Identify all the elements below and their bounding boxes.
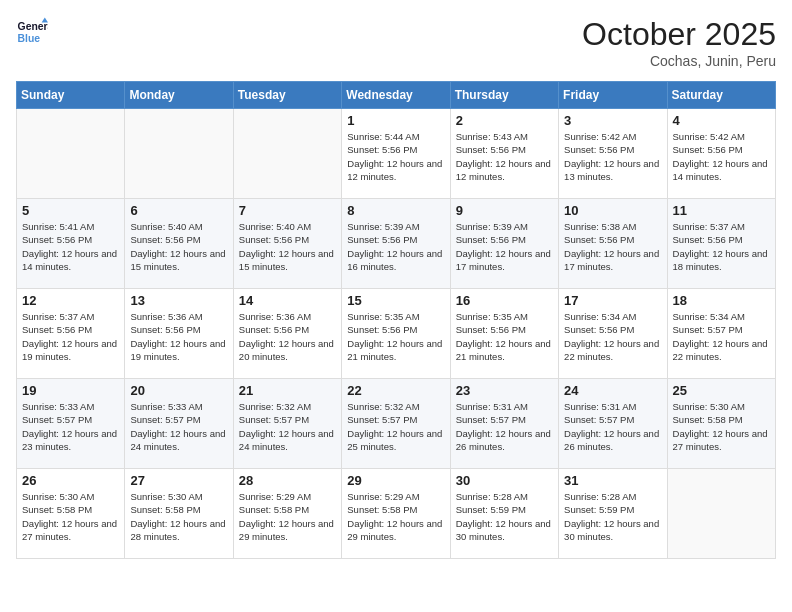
day-number: 23	[456, 383, 553, 398]
day-info: Sunrise: 5:31 AMSunset: 5:57 PMDaylight:…	[564, 400, 661, 453]
day-info: Sunrise: 5:30 AMSunset: 5:58 PMDaylight:…	[22, 490, 119, 543]
day-number: 18	[673, 293, 770, 308]
calendar-header-row: SundayMondayTuesdayWednesdayThursdayFrid…	[17, 82, 776, 109]
day-number: 26	[22, 473, 119, 488]
weekday-header: Wednesday	[342, 82, 450, 109]
title-area: October 2025 Cochas, Junin, Peru	[582, 16, 776, 69]
day-info: Sunrise: 5:37 AMSunset: 5:56 PMDaylight:…	[673, 220, 770, 273]
day-info: Sunrise: 5:41 AMSunset: 5:56 PMDaylight:…	[22, 220, 119, 273]
weekday-header: Thursday	[450, 82, 558, 109]
day-number: 9	[456, 203, 553, 218]
calendar-cell: 2Sunrise: 5:43 AMSunset: 5:56 PMDaylight…	[450, 109, 558, 199]
day-info: Sunrise: 5:37 AMSunset: 5:56 PMDaylight:…	[22, 310, 119, 363]
day-number: 14	[239, 293, 336, 308]
calendar-cell: 18Sunrise: 5:34 AMSunset: 5:57 PMDayligh…	[667, 289, 775, 379]
calendar-cell: 15Sunrise: 5:35 AMSunset: 5:56 PMDayligh…	[342, 289, 450, 379]
calendar-cell	[17, 109, 125, 199]
calendar-week-row: 1Sunrise: 5:44 AMSunset: 5:56 PMDaylight…	[17, 109, 776, 199]
calendar-cell: 3Sunrise: 5:42 AMSunset: 5:56 PMDaylight…	[559, 109, 667, 199]
calendar-table: SundayMondayTuesdayWednesdayThursdayFrid…	[16, 81, 776, 559]
day-number: 30	[456, 473, 553, 488]
day-info: Sunrise: 5:38 AMSunset: 5:56 PMDaylight:…	[564, 220, 661, 273]
calendar-cell: 13Sunrise: 5:36 AMSunset: 5:56 PMDayligh…	[125, 289, 233, 379]
day-number: 10	[564, 203, 661, 218]
calendar-cell: 4Sunrise: 5:42 AMSunset: 5:56 PMDaylight…	[667, 109, 775, 199]
logo: General Blue	[16, 16, 48, 48]
day-number: 5	[22, 203, 119, 218]
day-number: 20	[130, 383, 227, 398]
day-number: 28	[239, 473, 336, 488]
calendar-cell: 1Sunrise: 5:44 AMSunset: 5:56 PMDaylight…	[342, 109, 450, 199]
day-info: Sunrise: 5:32 AMSunset: 5:57 PMDaylight:…	[239, 400, 336, 453]
day-number: 17	[564, 293, 661, 308]
calendar-cell: 11Sunrise: 5:37 AMSunset: 5:56 PMDayligh…	[667, 199, 775, 289]
day-info: Sunrise: 5:32 AMSunset: 5:57 PMDaylight:…	[347, 400, 444, 453]
day-info: Sunrise: 5:43 AMSunset: 5:56 PMDaylight:…	[456, 130, 553, 183]
day-info: Sunrise: 5:29 AMSunset: 5:58 PMDaylight:…	[239, 490, 336, 543]
calendar-week-row: 19Sunrise: 5:33 AMSunset: 5:57 PMDayligh…	[17, 379, 776, 469]
weekday-header: Saturday	[667, 82, 775, 109]
day-number: 19	[22, 383, 119, 398]
day-number: 7	[239, 203, 336, 218]
day-number: 15	[347, 293, 444, 308]
day-info: Sunrise: 5:36 AMSunset: 5:56 PMDaylight:…	[130, 310, 227, 363]
calendar-cell: 17Sunrise: 5:34 AMSunset: 5:56 PMDayligh…	[559, 289, 667, 379]
day-info: Sunrise: 5:34 AMSunset: 5:56 PMDaylight:…	[564, 310, 661, 363]
day-info: Sunrise: 5:29 AMSunset: 5:58 PMDaylight:…	[347, 490, 444, 543]
weekday-header: Sunday	[17, 82, 125, 109]
calendar-week-row: 26Sunrise: 5:30 AMSunset: 5:58 PMDayligh…	[17, 469, 776, 559]
logo-icon: General Blue	[16, 16, 48, 48]
weekday-header: Tuesday	[233, 82, 341, 109]
calendar-cell: 31Sunrise: 5:28 AMSunset: 5:59 PMDayligh…	[559, 469, 667, 559]
day-number: 11	[673, 203, 770, 218]
calendar-cell: 25Sunrise: 5:30 AMSunset: 5:58 PMDayligh…	[667, 379, 775, 469]
calendar-cell: 27Sunrise: 5:30 AMSunset: 5:58 PMDayligh…	[125, 469, 233, 559]
calendar-cell: 28Sunrise: 5:29 AMSunset: 5:58 PMDayligh…	[233, 469, 341, 559]
calendar-week-row: 12Sunrise: 5:37 AMSunset: 5:56 PMDayligh…	[17, 289, 776, 379]
day-info: Sunrise: 5:35 AMSunset: 5:56 PMDaylight:…	[456, 310, 553, 363]
day-number: 13	[130, 293, 227, 308]
day-info: Sunrise: 5:42 AMSunset: 5:56 PMDaylight:…	[564, 130, 661, 183]
calendar-cell: 22Sunrise: 5:32 AMSunset: 5:57 PMDayligh…	[342, 379, 450, 469]
day-number: 24	[564, 383, 661, 398]
calendar-cell: 9Sunrise: 5:39 AMSunset: 5:56 PMDaylight…	[450, 199, 558, 289]
svg-text:General: General	[18, 21, 48, 32]
calendar-cell	[125, 109, 233, 199]
day-info: Sunrise: 5:30 AMSunset: 5:58 PMDaylight:…	[130, 490, 227, 543]
day-info: Sunrise: 5:40 AMSunset: 5:56 PMDaylight:…	[130, 220, 227, 273]
day-number: 8	[347, 203, 444, 218]
month-title: October 2025	[582, 16, 776, 53]
day-number: 22	[347, 383, 444, 398]
calendar-cell: 30Sunrise: 5:28 AMSunset: 5:59 PMDayligh…	[450, 469, 558, 559]
calendar-cell: 6Sunrise: 5:40 AMSunset: 5:56 PMDaylight…	[125, 199, 233, 289]
calendar-cell: 20Sunrise: 5:33 AMSunset: 5:57 PMDayligh…	[125, 379, 233, 469]
calendar-cell: 23Sunrise: 5:31 AMSunset: 5:57 PMDayligh…	[450, 379, 558, 469]
day-info: Sunrise: 5:39 AMSunset: 5:56 PMDaylight:…	[456, 220, 553, 273]
day-info: Sunrise: 5:33 AMSunset: 5:57 PMDaylight:…	[22, 400, 119, 453]
day-number: 29	[347, 473, 444, 488]
calendar-cell: 7Sunrise: 5:40 AMSunset: 5:56 PMDaylight…	[233, 199, 341, 289]
calendar-cell: 5Sunrise: 5:41 AMSunset: 5:56 PMDaylight…	[17, 199, 125, 289]
location-subtitle: Cochas, Junin, Peru	[582, 53, 776, 69]
calendar-week-row: 5Sunrise: 5:41 AMSunset: 5:56 PMDaylight…	[17, 199, 776, 289]
calendar-cell: 21Sunrise: 5:32 AMSunset: 5:57 PMDayligh…	[233, 379, 341, 469]
day-number: 31	[564, 473, 661, 488]
day-info: Sunrise: 5:39 AMSunset: 5:56 PMDaylight:…	[347, 220, 444, 273]
day-number: 1	[347, 113, 444, 128]
day-info: Sunrise: 5:34 AMSunset: 5:57 PMDaylight:…	[673, 310, 770, 363]
day-info: Sunrise: 5:33 AMSunset: 5:57 PMDaylight:…	[130, 400, 227, 453]
day-number: 2	[456, 113, 553, 128]
day-number: 6	[130, 203, 227, 218]
calendar-cell: 26Sunrise: 5:30 AMSunset: 5:58 PMDayligh…	[17, 469, 125, 559]
calendar-cell: 16Sunrise: 5:35 AMSunset: 5:56 PMDayligh…	[450, 289, 558, 379]
day-number: 12	[22, 293, 119, 308]
day-number: 16	[456, 293, 553, 308]
calendar-cell: 19Sunrise: 5:33 AMSunset: 5:57 PMDayligh…	[17, 379, 125, 469]
day-info: Sunrise: 5:28 AMSunset: 5:59 PMDaylight:…	[456, 490, 553, 543]
calendar-cell: 12Sunrise: 5:37 AMSunset: 5:56 PMDayligh…	[17, 289, 125, 379]
day-number: 21	[239, 383, 336, 398]
day-number: 3	[564, 113, 661, 128]
day-info: Sunrise: 5:36 AMSunset: 5:56 PMDaylight:…	[239, 310, 336, 363]
svg-marker-2	[42, 18, 48, 23]
day-number: 25	[673, 383, 770, 398]
